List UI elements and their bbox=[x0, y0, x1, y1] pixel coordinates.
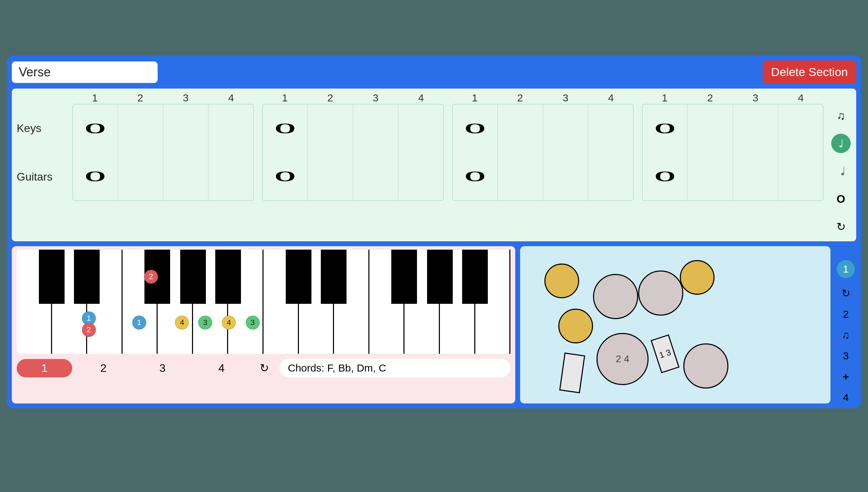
beat-cell[interactable] bbox=[164, 152, 209, 200]
drum-crash-left[interactable] bbox=[558, 309, 593, 343]
black-key[interactable] bbox=[39, 250, 65, 304]
beat-cell[interactable] bbox=[353, 105, 399, 152]
black-key[interactable] bbox=[180, 250, 206, 304]
drum-pedal-left[interactable] bbox=[559, 352, 585, 393]
beat-cell[interactable]: O bbox=[453, 152, 498, 200]
chord-marker[interactable]: 4 bbox=[222, 316, 236, 330]
chord-marker[interactable]: 1 bbox=[132, 316, 146, 330]
beat-cell[interactable] bbox=[589, 152, 633, 200]
half-note-button[interactable]: 𝅗𝅥 bbox=[831, 161, 851, 181]
beat-cell[interactable]: O bbox=[263, 152, 308, 200]
chords-value: F, Bb, Dm, C bbox=[327, 362, 386, 374]
measure[interactable]: O bbox=[452, 152, 634, 201]
beat-cell[interactable] bbox=[498, 152, 543, 200]
beat-cell[interactable] bbox=[688, 105, 733, 152]
beat-cell[interactable] bbox=[118, 152, 163, 200]
beat-cell[interactable] bbox=[543, 105, 589, 152]
beat-cell[interactable]: O bbox=[73, 105, 118, 152]
black-key[interactable] bbox=[391, 250, 417, 304]
whole-note-icon: O bbox=[275, 120, 296, 137]
beat-cell[interactable]: O bbox=[643, 105, 688, 152]
chord-marker[interactable]: 2 bbox=[144, 270, 158, 284]
track-row-guitars: Guitars O O O bbox=[17, 152, 824, 201]
chord-marker[interactable]: 3 bbox=[198, 316, 212, 330]
drum-hihat[interactable] bbox=[544, 264, 579, 298]
drum-slot-4[interactable]: 4 bbox=[843, 392, 849, 403]
beat-cell[interactable]: O bbox=[643, 152, 688, 200]
section-name-input[interactable] bbox=[12, 61, 158, 83]
beat-cell[interactable] bbox=[543, 152, 589, 200]
drum-tom-2[interactable] bbox=[638, 270, 683, 316]
beat-cell[interactable] bbox=[308, 152, 353, 200]
eighth-note-icon[interactable]: ♫ bbox=[842, 329, 850, 341]
measure[interactable]: O bbox=[262, 152, 444, 201]
chord-slot-2[interactable]: 2 bbox=[76, 359, 131, 377]
beat-cell[interactable] bbox=[399, 105, 443, 152]
beat-label: 3 bbox=[733, 92, 778, 104]
beat-label: 1 bbox=[642, 92, 687, 104]
beat-cell[interactable] bbox=[308, 105, 353, 152]
lower-panels: 12124343 1 2 3 4 ↻ Chords: F, Bb, Dm, C … bbox=[12, 246, 856, 403]
beat-cell[interactable] bbox=[118, 105, 163, 152]
drum-crash-right[interactable] bbox=[680, 260, 715, 295]
refresh-grid-button[interactable]: ↻ bbox=[831, 217, 851, 236]
beat-cell[interactable] bbox=[733, 152, 778, 200]
measure[interactable]: O bbox=[72, 104, 254, 152]
beat-label: 2 bbox=[308, 92, 353, 104]
drum-slot-2[interactable]: 2 bbox=[843, 308, 849, 320]
drum-pedal-right[interactable]: 1 3 bbox=[651, 334, 679, 373]
chord-marker[interactable]: 4 bbox=[175, 316, 189, 330]
rhythm-grid-panel: 1 2 3 4 1 2 3 4 1 2 3 4 1 bbox=[12, 89, 856, 241]
black-key[interactable] bbox=[286, 250, 311, 304]
beat-cell[interactable] bbox=[778, 152, 823, 200]
chord-slot-1[interactable]: 1 bbox=[17, 359, 72, 377]
beat-cell[interactable]: O bbox=[453, 105, 498, 152]
black-key[interactable] bbox=[215, 250, 241, 304]
black-key[interactable] bbox=[74, 250, 100, 304]
add-button[interactable]: + bbox=[843, 371, 849, 383]
whole-note-button[interactable]: O bbox=[831, 189, 851, 209]
beat-cell[interactable] bbox=[399, 152, 443, 200]
measure[interactable]: O bbox=[72, 152, 254, 201]
beat-cell[interactable] bbox=[733, 105, 778, 152]
drum-slot-1[interactable]: 1 bbox=[837, 260, 855, 278]
beat-cell[interactable] bbox=[353, 152, 399, 200]
drum-snare[interactable]: 2 4 bbox=[596, 333, 649, 385]
quarter-note-button[interactable]: ♩ bbox=[831, 134, 851, 153]
black-key[interactable] bbox=[427, 250, 453, 304]
beat-cell[interactable] bbox=[209, 105, 253, 152]
beat-cell[interactable] bbox=[688, 152, 733, 200]
drum-floor-tom[interactable] bbox=[683, 343, 728, 389]
drums-panel: 2 4 1 3 bbox=[520, 246, 831, 403]
drum-tom-1[interactable] bbox=[593, 274, 638, 319]
beat-label: 4 bbox=[208, 92, 254, 104]
piano-keyboard[interactable]: 12124343 bbox=[17, 250, 510, 354]
whole-note-icon: O bbox=[275, 168, 296, 185]
refresh-drums-button[interactable]: ↻ bbox=[842, 287, 850, 299]
chord-marker[interactable]: 2 bbox=[82, 323, 96, 337]
chord-marker[interactable]: 3 bbox=[246, 316, 260, 330]
beat-cell[interactable]: O bbox=[263, 105, 308, 152]
drum-toolbar: 1 ↻ 2 ♫ 3 + 4 bbox=[835, 246, 856, 403]
piano-controls: 1 2 3 4 ↻ Chords: F, Bb, Dm, C bbox=[17, 359, 510, 377]
track-label: Keys bbox=[17, 122, 72, 135]
measure[interactable]: O bbox=[642, 104, 824, 152]
eighth-note-button[interactable]: ♫ bbox=[831, 106, 851, 125]
measure[interactable]: O bbox=[262, 104, 444, 152]
drum-slot-3[interactable]: 3 bbox=[843, 350, 849, 362]
beat-cell[interactable] bbox=[209, 152, 253, 200]
chord-slot-3[interactable]: 3 bbox=[135, 359, 190, 377]
refresh-chords-button[interactable]: ↻ bbox=[253, 361, 276, 375]
beat-cell[interactable] bbox=[778, 105, 823, 152]
chord-slot-4[interactable]: 4 bbox=[194, 359, 249, 377]
measure[interactable]: O bbox=[642, 152, 824, 201]
measure[interactable]: O bbox=[452, 104, 634, 152]
beat-cell[interactable] bbox=[498, 105, 543, 152]
black-key[interactable] bbox=[321, 250, 347, 304]
delete-section-button[interactable]: Delete Section bbox=[763, 60, 856, 84]
beat-cell[interactable]: O bbox=[73, 152, 118, 200]
beat-headers: 1 2 3 4 1 2 3 4 1 2 3 4 1 bbox=[72, 92, 824, 104]
beat-cell[interactable] bbox=[164, 105, 209, 152]
beat-cell[interactable] bbox=[589, 105, 633, 152]
black-key[interactable] bbox=[462, 250, 488, 304]
